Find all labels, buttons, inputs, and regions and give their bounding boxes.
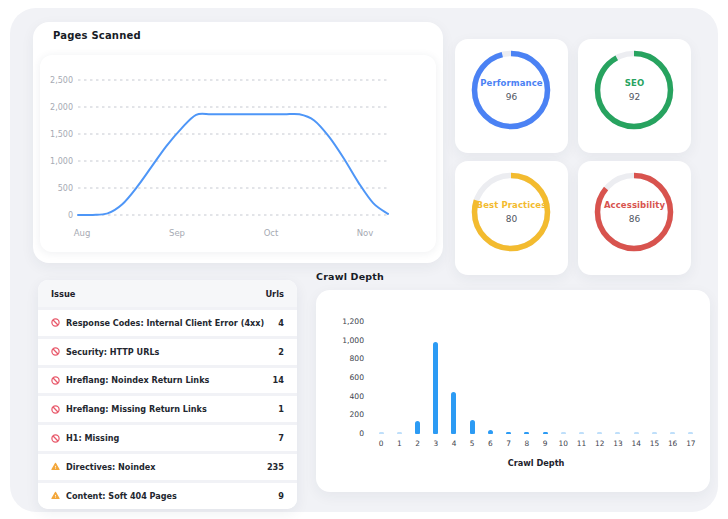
bar-chart-xtick: 3 <box>427 439 445 448</box>
bar <box>470 420 475 434</box>
bar <box>451 392 456 434</box>
gauge-card-seo: SEO92 <box>578 39 691 153</box>
bar-chart-ytick: 0 <box>316 430 364 438</box>
bar-chart-xtick: 2 <box>408 439 426 448</box>
bar-chart-xtick: 9 <box>536 439 554 448</box>
issue-url-count: 9 <box>278 491 284 501</box>
bar-chart-ytick: 1,200 <box>316 318 364 326</box>
bar-slot <box>427 322 445 434</box>
svg-text:2,500: 2,500 <box>50 76 73 85</box>
table-row[interactable]: Directives: Noindex235 <box>38 451 297 480</box>
dashboard-canvas: Pages Scanned 05001,0001,5002,0002,500Au… <box>10 8 718 512</box>
issue-label: Hreflang: Noindex Return Links <box>66 375 209 385</box>
bar-slot <box>536 322 554 434</box>
bar-chart-xlabel: Crawl Depth <box>372 458 700 468</box>
bar-slot <box>500 322 518 434</box>
issue-label: Security: HTTP URLs <box>66 347 159 357</box>
svg-text:Nov: Nov <box>357 228 374 238</box>
bar-chart-x-axis: 01234567891011121314151617 <box>372 439 700 448</box>
bar-chart <box>372 322 700 434</box>
gauge-ring-icon <box>594 50 674 130</box>
warning-triangle-icon <box>51 491 60 500</box>
bar-chart-xtick: 5 <box>463 439 481 448</box>
bar-chart-xtick: 7 <box>500 439 518 448</box>
bar-chart-ytick: 1,000 <box>316 337 364 345</box>
issues-table-header: Issue Urls <box>38 280 297 307</box>
issues-table-body: Response Codes: Internal Client Error (4… <box>38 307 297 509</box>
bar-slot <box>645 322 663 434</box>
table-row[interactable]: Security: HTTP URLs2 <box>38 336 297 365</box>
bar-slot <box>408 322 426 434</box>
issue-url-count: 7 <box>278 433 284 443</box>
bar <box>543 432 548 434</box>
warning-triangle-icon <box>51 462 60 471</box>
bar-chart-ytick: 800 <box>316 355 364 363</box>
issues-table: Issue Urls Response Codes: Internal Clie… <box>38 280 297 509</box>
pages-scanned-chart-card: 05001,0001,5002,0002,500AugSepOctNov <box>40 55 436 252</box>
line-chart: 05001,0001,5002,0002,500AugSepOctNov <box>40 55 436 252</box>
bar-slot <box>609 322 627 434</box>
issue-cell: H1: Missing <box>51 433 119 443</box>
issue-label: Content: Soft 404 Pages <box>66 491 177 501</box>
svg-text:1,500: 1,500 <box>50 130 73 139</box>
issue-label: Directives: Noindex <box>66 462 155 472</box>
gauge-ring-icon <box>471 50 551 130</box>
crawl-depth-section: Crawl Depth 02004006008001,0001,200 0123… <box>316 271 710 492</box>
bar-chart-xtick: 4 <box>445 439 463 448</box>
issue-label: H1: Missing <box>66 433 119 443</box>
bar-chart-xtick: 1 <box>390 439 408 448</box>
table-row[interactable]: Response Codes: Internal Client Error (4… <box>38 307 297 336</box>
bar-slot <box>463 322 481 434</box>
bar-slot <box>664 322 682 434</box>
svg-text:Aug: Aug <box>74 228 91 238</box>
issue-label: Hreflang: Missing Return Links <box>66 404 207 414</box>
issue-label: Response Codes: Internal Client Error (4… <box>66 318 264 328</box>
bar <box>634 432 639 434</box>
bar-chart-xtick: 11 <box>572 439 590 448</box>
error-prohibited-icon <box>51 347 60 356</box>
bar <box>670 432 675 434</box>
bar-chart-xtick: 13 <box>609 439 627 448</box>
bar <box>433 342 438 434</box>
svg-text:Sep: Sep <box>169 228 185 238</box>
table-row[interactable]: Hreflang: Noindex Return Links14 <box>38 365 297 394</box>
bar <box>506 432 511 434</box>
gauge-card-accessibility: Accessibility86 <box>578 161 691 275</box>
bar-chart-xtick: 6 <box>481 439 499 448</box>
svg-text:Oct: Oct <box>264 228 279 238</box>
issue-url-count: 1 <box>278 404 284 414</box>
bar <box>524 432 529 434</box>
bar-chart-xtick: 15 <box>645 439 663 448</box>
bar-slot <box>372 322 390 434</box>
issue-cell: Security: HTTP URLs <box>51 347 159 357</box>
bar-slot <box>554 322 572 434</box>
bar-slot <box>390 322 408 434</box>
bar-slot <box>445 322 463 434</box>
bar <box>688 432 693 434</box>
table-row[interactable]: H1: Missing7 <box>38 422 297 451</box>
dashboard: { "page": { "background": "#ffffff", "ca… <box>0 0 728 519</box>
error-prohibited-icon <box>51 434 60 443</box>
gauge-ring-icon <box>594 172 674 252</box>
bar-slot <box>682 322 700 434</box>
issue-cell: Hreflang: Missing Return Links <box>51 404 207 414</box>
issue-url-count: 235 <box>267 462 284 472</box>
bar-slot <box>518 322 536 434</box>
svg-text:2,000: 2,000 <box>50 103 73 112</box>
gauge-card-performance: Performance96 <box>455 39 568 153</box>
bar-chart-ytick: 200 <box>316 411 364 419</box>
gauge-grid: Performance96SEO92Best Practices80Access… <box>455 39 691 275</box>
table-row[interactable]: Content: Soft 404 Pages9 <box>38 480 297 509</box>
error-prohibited-icon <box>51 376 60 385</box>
bar-chart-xtick: 10 <box>554 439 572 448</box>
pages-scanned-title: Pages Scanned <box>33 22 443 41</box>
bar-slot <box>591 322 609 434</box>
bar <box>615 432 620 434</box>
bar <box>597 432 602 434</box>
bar-chart-ytick: 400 <box>316 393 364 401</box>
table-row[interactable]: Hreflang: Missing Return Links1 <box>38 393 297 422</box>
issue-url-count: 4 <box>278 318 284 328</box>
bar-chart-xtick: 8 <box>518 439 536 448</box>
gauge-ring-icon <box>471 172 551 252</box>
svg-text:1,000: 1,000 <box>50 157 73 166</box>
